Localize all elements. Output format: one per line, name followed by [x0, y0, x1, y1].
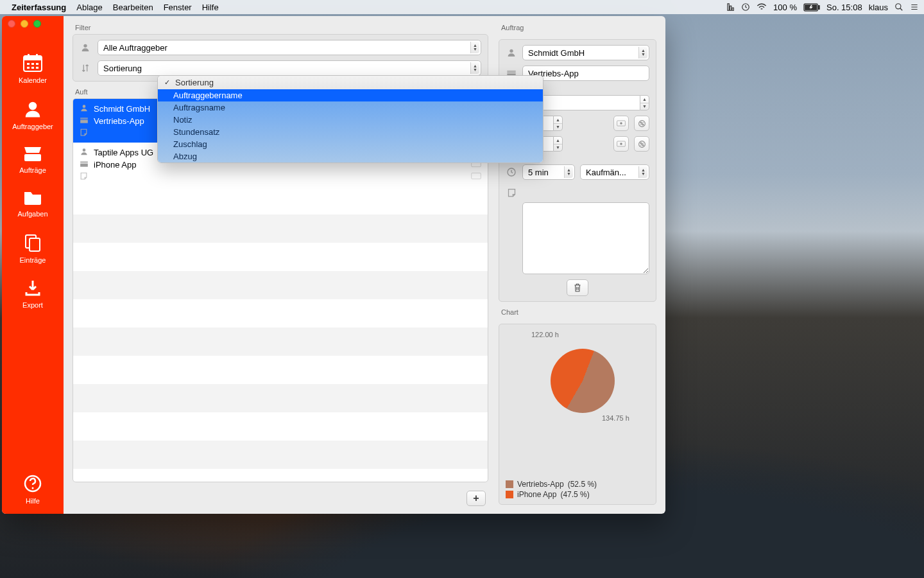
status-clock-icon[interactable] [741, 3, 750, 12]
dropdown-item[interactable]: Notiz [158, 114, 543, 126]
filter-sort-select[interactable]: Sortierung ▲▼ [98, 60, 481, 76]
trash-icon [573, 283, 582, 293]
svg-point-51 [640, 143, 642, 144]
filter-section-label: Filter [75, 24, 488, 31]
folder-icon [23, 189, 42, 206]
tray-icon [80, 160, 89, 170]
job-note-textarea[interactable] [522, 202, 649, 274]
delete-job-button[interactable] [567, 279, 588, 296]
status-notification-icon[interactable] [910, 3, 919, 12]
svg-point-49 [620, 143, 622, 145]
sidebar-item-label: Auftraggeber [2, 123, 64, 130]
chart-legend: Vertriebs-App (52.5 %) iPhone App (47.5 … [506, 478, 649, 499]
sidebar-item-label: Export [2, 301, 64, 309]
svg-rect-9 [24, 56, 42, 60]
rounding-interval-select[interactable]: 5 min▲▼ [522, 164, 575, 180]
select-arrows-icon: ▲▼ [470, 42, 479, 53]
tray-icon [23, 146, 42, 162]
filter-client-select[interactable]: Alle Auftraggeber ▲▼ [98, 40, 481, 55]
sidebar-item-auftraggeber[interactable]: Auftraggeber [2, 93, 64, 139]
pie-chart: 122.00 h 134.75 h [506, 329, 649, 458]
select-value: Alle Auftraggeber [103, 43, 167, 53]
menubar-item-ablage[interactable]: Ablage [76, 3, 102, 12]
app-window: Kalender Auftraggeber Aufträge Aufgaben … [2, 16, 665, 514]
filter-panel: Alle Auftraggeber ▲▼ Sortierung ▲▼ [73, 34, 488, 82]
sidebar-item-eintraege[interactable]: Einträge [2, 227, 64, 273]
app-sidebar: Kalender Auftraggeber Aufträge Aufgaben … [2, 16, 64, 514]
chart-panel: 122.00 h 134.75 h Vertriebs-App (52.5 %)… [499, 324, 656, 505]
svg-point-37 [509, 49, 513, 53]
menubar-item-bearbeiten[interactable]: Bearbeiten [113, 3, 153, 12]
dropdown-item[interactable]: Zuschlag [158, 138, 543, 150]
sidebar-item-label: Aufträge [2, 166, 64, 174]
status-user-name[interactable]: klaus [869, 3, 888, 12]
sidebar-item-auftraege[interactable]: Aufträge [2, 139, 64, 183]
help-icon [23, 474, 42, 493]
svg-rect-1 [730, 6, 732, 10]
svg-rect-36 [472, 173, 481, 179]
add-job-button[interactable]: + [466, 491, 486, 506]
window-close-button[interactable] [8, 20, 15, 28]
svg-point-43 [620, 122, 622, 125]
svg-point-52 [642, 144, 644, 146]
sort-dropdown-menu: ✓Sortierung Auftraggebername Auftragsnam… [157, 75, 543, 163]
svg-point-24 [83, 44, 87, 48]
macos-menubar: Zeiterfassung Ablage Bearbeiten Fenster … [0, 0, 924, 14]
clock-icon [506, 167, 517, 177]
person-icon [80, 103, 89, 114]
note-icon [506, 188, 517, 197]
menubar-app-name[interactable]: Zeiterfassung [12, 3, 66, 12]
surcharge-money-button[interactable] [613, 116, 629, 131]
status-datetime[interactable]: So. 15:08 [826, 3, 862, 12]
svg-rect-28 [80, 120, 88, 123]
sidebar-item-export[interactable]: Export [2, 273, 64, 318]
svg-rect-16 [31, 67, 34, 69]
dropdown-item[interactable]: Auftragsname [158, 101, 543, 114]
svg-rect-17 [36, 67, 38, 69]
sidebar-item-label: Hilfe [2, 497, 64, 505]
export-icon [24, 279, 42, 297]
deduction-percent-button[interactable] [634, 136, 649, 152]
tray-icon [80, 116, 89, 126]
svg-rect-13 [31, 63, 34, 65]
copy-icon [24, 233, 42, 252]
status-spotlight-icon[interactable] [894, 3, 903, 12]
rounding-mode-select[interactable]: Kaufmän...▲▼ [580, 164, 649, 180]
deduction-money-button[interactable] [613, 136, 629, 152]
svg-rect-12 [27, 63, 30, 65]
sidebar-item-aufgaben[interactable]: Aufgaben [2, 183, 64, 227]
svg-point-45 [640, 122, 642, 123]
content-area: Filter Alle Auftraggeber ▲▼ Sortierung ▲… [64, 16, 665, 514]
money-icon [471, 172, 481, 182]
status-tray-icon[interactable] [726, 3, 735, 12]
window-minimize-button[interactable] [21, 20, 28, 28]
sidebar-item-label: Aufgaben [2, 210, 64, 218]
chart-value-label: 122.00 h [531, 331, 559, 338]
dropdown-item[interactable]: Auftraggebername [158, 89, 543, 101]
surcharge-percent-button[interactable] [634, 116, 649, 131]
dropdown-item[interactable]: Abzug [158, 150, 543, 162]
status-wifi-icon[interactable] [757, 3, 767, 11]
svg-rect-5 [818, 5, 819, 9]
menubar-item-hilfe[interactable]: Hilfe [202, 3, 219, 12]
chart-value-label: 134.75 h [602, 414, 629, 422]
select-arrows-icon: ▲▼ [470, 62, 479, 74]
sidebar-item-hilfe[interactable]: Hilfe [2, 468, 64, 514]
legend-item: Vertriebs-App (52.5 %) [506, 480, 649, 489]
svg-rect-14 [36, 63, 38, 65]
menubar-item-fenster[interactable]: Fenster [164, 3, 192, 12]
legend-item: iPhone App (47.5 %) [506, 490, 649, 499]
job-client-select[interactable]: Schmidt GmbH▲▼ [522, 45, 649, 60]
svg-rect-11 [36, 54, 38, 58]
dropdown-current[interactable]: ✓Sortierung [158, 76, 543, 89]
svg-rect-34 [80, 164, 88, 167]
sidebar-item-kalender[interactable]: Kalender [2, 47, 64, 93]
sidebar-item-label: Einträge [2, 256, 64, 264]
calendar-icon [22, 53, 43, 73]
svg-rect-21 [30, 238, 40, 251]
dropdown-item[interactable]: Stundensatz [158, 126, 543, 138]
status-battery-icon[interactable] [803, 3, 820, 12]
status-battery-percent: 100 % [773, 3, 797, 12]
window-zoom-button[interactable] [33, 20, 41, 28]
person-icon [23, 100, 42, 119]
